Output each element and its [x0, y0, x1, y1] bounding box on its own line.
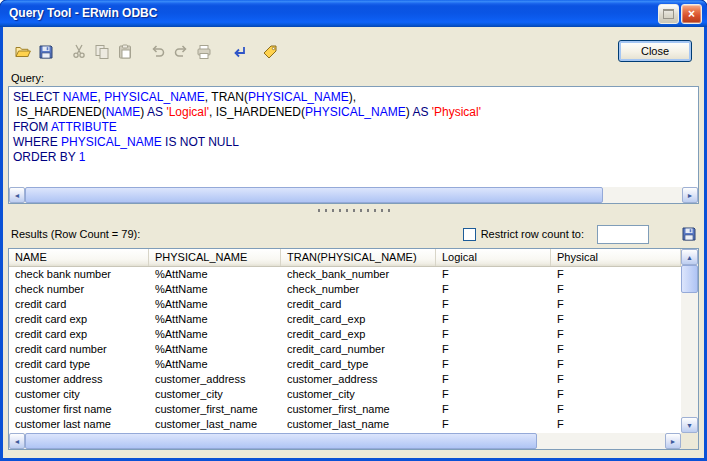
cell: credit_card	[281, 297, 436, 312]
table-row[interactable]: check number%AttNamecheck_numberFF	[9, 282, 681, 297]
cell: F	[551, 297, 681, 312]
cell: customer_last_name	[149, 417, 281, 432]
cell: %AttName	[149, 267, 281, 282]
scroll-right-button[interactable]	[665, 433, 681, 449]
cell: F	[436, 357, 551, 372]
cell: %AttName	[149, 342, 281, 357]
vertical-scroll-thumb[interactable]	[681, 265, 698, 293]
cell: F	[436, 327, 551, 342]
close-button[interactable]: Close	[618, 40, 692, 62]
cell: F	[436, 297, 551, 312]
results-table: NAMEPHYSICAL_NAMETRAN(PHYSICAL_NAME)Logi…	[8, 248, 699, 450]
copy-icon	[90, 41, 113, 63]
results-body: check bank number%AttNamecheck_bank_numb…	[9, 267, 681, 433]
cell: %AttName	[149, 282, 281, 297]
query-label: Query:	[11, 72, 44, 84]
cell: credit_card_exp	[281, 312, 436, 327]
cell: F	[551, 342, 681, 357]
horizontal-scroll-thumb[interactable]	[25, 433, 537, 449]
column-header-name[interactable]: NAME	[9, 249, 149, 266]
cell: credit card number	[9, 342, 149, 357]
restrict-row-count-label: Restrict row count to:	[481, 228, 584, 240]
results-vertical-scrollbar[interactable]	[681, 249, 698, 433]
column-header-tran-physical-name[interactable]: TRAN(PHYSICAL_NAME)	[281, 249, 436, 266]
close-icon: ×	[688, 7, 695, 21]
redo-icon	[169, 41, 192, 63]
query-scroll-right-button[interactable]	[682, 187, 698, 203]
titlebar[interactable]: Query Tool - ERwin ODBC ×	[0, 0, 707, 27]
cell: credit_card_type	[281, 357, 436, 372]
cell: F	[551, 417, 681, 432]
maximize-button[interactable]	[658, 4, 679, 24]
column-header-logical[interactable]: Logical	[436, 249, 551, 266]
scroll-left-button[interactable]	[9, 433, 25, 449]
scroll-down-button[interactable]	[681, 417, 698, 433]
cell: F	[551, 357, 681, 372]
query-editor[interactable]: SELECT NAME, PHYSICAL_NAME, TRAN(PHYSICA…	[8, 86, 699, 204]
execute-icon[interactable]	[227, 41, 250, 63]
save-results-button[interactable]	[679, 224, 699, 244]
cell: customer_first_name	[149, 402, 281, 417]
cell: customer_last_name	[281, 417, 436, 432]
cell: F	[436, 267, 551, 282]
scrollbar-corner	[681, 433, 698, 449]
cell: %AttName	[149, 357, 281, 372]
toolbar-icons	[11, 41, 281, 63]
cell: F	[436, 417, 551, 432]
cell: %AttName	[149, 312, 281, 327]
splitter-handle[interactable]	[318, 209, 390, 212]
column-header-physical-name[interactable]: PHYSICAL_NAME	[149, 249, 281, 266]
horizontal-scroll-track[interactable]	[25, 433, 665, 449]
table-row[interactable]: credit card%AttNamecredit_cardFF	[9, 297, 681, 312]
cell: customer_city	[281, 387, 436, 402]
open-icon[interactable]	[11, 41, 34, 63]
cell: customer last name	[9, 417, 149, 432]
cell: F	[551, 312, 681, 327]
column-header-physical[interactable]: Physical	[551, 249, 681, 266]
table-row[interactable]: credit card exp%AttNamecredit_card_expFF	[9, 312, 681, 327]
titlebar-close-button[interactable]: ×	[681, 4, 702, 24]
cell: check_number	[281, 282, 436, 297]
cell: credit card type	[9, 357, 149, 372]
cell: F	[551, 267, 681, 282]
cell: customer first name	[9, 402, 149, 417]
cell: customer_address	[149, 372, 281, 387]
sql-text[interactable]: SELECT NAME, PHYSICAL_NAME, TRAN(PHYSICA…	[9, 87, 698, 187]
cell: F	[551, 327, 681, 342]
cell: credit_card_exp	[281, 327, 436, 342]
table-row[interactable]: customer citycustomer_citycustomer_cityF…	[9, 387, 681, 402]
table-row[interactable]: credit card type%AttNamecredit_card_type…	[9, 357, 681, 372]
results-horizontal-scrollbar[interactable]	[9, 433, 681, 449]
cell: customer_first_name	[281, 402, 436, 417]
save-icon[interactable]	[34, 41, 57, 63]
query-scroll-left-button[interactable]	[9, 187, 25, 203]
cell: check number	[9, 282, 149, 297]
vertical-scroll-track[interactable]	[681, 265, 698, 417]
query-tool-window: Query Tool - ERwin ODBC × Close Query: S…	[0, 0, 707, 461]
query-scroll-track[interactable]	[25, 187, 682, 203]
cell: F	[551, 372, 681, 387]
print-icon	[192, 41, 215, 63]
scroll-up-button[interactable]	[681, 249, 698, 265]
row-count-input[interactable]	[597, 225, 649, 244]
table-row[interactable]: credit card exp%AttNamecredit_card_expFF	[9, 327, 681, 342]
results-header: NAMEPHYSICAL_NAMETRAN(PHYSICAL_NAME)Logi…	[9, 249, 681, 267]
table-row[interactable]: credit card number%AttNamecredit_card_nu…	[9, 342, 681, 357]
tag-icon[interactable]	[258, 41, 281, 63]
cell: credit card	[9, 297, 149, 312]
query-scroll-thumb[interactable]	[25, 187, 603, 203]
table-row[interactable]: customer addresscustomer_addresscustomer…	[9, 372, 681, 387]
results-count-label: Results (Row Count = 79):	[11, 228, 140, 240]
cell: credit card exp	[9, 327, 149, 342]
restrict-row-count-checkbox[interactable]	[463, 228, 476, 241]
cell: credit card exp	[9, 312, 149, 327]
cell: check_bank_number	[281, 267, 436, 282]
cut-icon	[67, 41, 90, 63]
cell: %AttName	[149, 297, 281, 312]
cell: customer address	[9, 372, 149, 387]
table-row[interactable]: customer last namecustomer_last_namecust…	[9, 417, 681, 432]
cell: F	[436, 372, 551, 387]
table-row[interactable]: customer first namecustomer_first_namecu…	[9, 402, 681, 417]
query-horizontal-scrollbar[interactable]	[9, 187, 698, 203]
table-row[interactable]: check bank number%AttNamecheck_bank_numb…	[9, 267, 681, 282]
